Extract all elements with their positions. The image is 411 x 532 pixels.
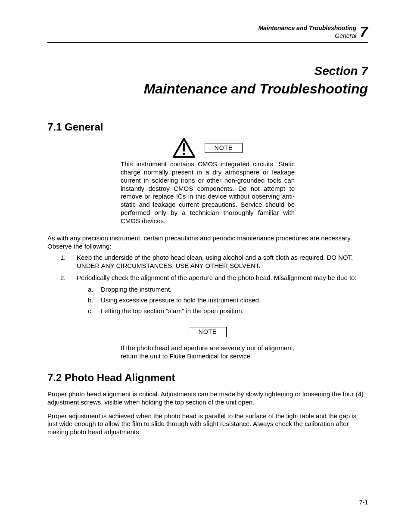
svg-point-2: [183, 153, 185, 155]
note-label-2: NOTE: [189, 327, 227, 337]
page-header: Maintenance and Troubleshooting General …: [47, 24, 368, 43]
list-number: 1.: [60, 254, 66, 262]
list-item: c. Letting the top section "slam" in the…: [90, 307, 368, 315]
list-letter: a.: [88, 286, 93, 294]
heading-7-1: 7.1 General: [47, 121, 368, 134]
list-text: Periodically check the alignment of the …: [77, 274, 357, 281]
note-block-1: NOTE This instrument contains CMOS integ…: [121, 138, 295, 225]
list-letter: c.: [88, 307, 93, 315]
section-title-line1: Section 7: [47, 63, 368, 78]
header-number: 7: [360, 24, 368, 40]
section-title-line2: Maintenance and Troubleshooting: [47, 80, 368, 97]
list-text: Using excessive pressure to hold the ins…: [101, 296, 261, 304]
list-text: Letting the top section "slam" in the op…: [101, 307, 244, 314]
numbered-list: 1. Keep the underside of the photo head …: [47, 254, 368, 315]
list-text: Dropping the instrument.: [101, 286, 171, 293]
page-number: 7-1: [359, 499, 368, 507]
note-label-1: NOTE: [205, 143, 243, 153]
paragraph-7-2-a: Proper photo head alignment is critical.…: [47, 390, 368, 406]
list-item: 1. Keep the underside of the photo head …: [65, 254, 368, 270]
note-header-1: NOTE: [121, 138, 295, 158]
list-number: 2.: [60, 274, 66, 282]
note-body-2: If the photo head and aperture are sever…: [121, 344, 295, 361]
note-body-1: This instrument contains CMOS integrated…: [121, 160, 295, 225]
paragraph-7-2-b: Proper adjustment is achieved when the p…: [47, 412, 368, 436]
warning-icon: [173, 138, 195, 158]
header-text: Maintenance and Troubleshooting General: [258, 24, 356, 40]
list-item: 2. Periodically check the alignment of t…: [65, 274, 368, 315]
note-header-2: NOTE: [121, 327, 295, 337]
list-text: Keep the underside of the photo head cle…: [77, 254, 353, 269]
list-item: b. Using excessive pressure to hold the …: [90, 296, 368, 305]
heading-7-2: 7.2 Photo Head Alignment: [47, 371, 368, 384]
header-sub: General: [258, 32, 356, 40]
list-item: a. Dropping the instrument.: [90, 286, 368, 294]
section-title: Section 7 Maintenance and Troubleshootin…: [47, 63, 368, 97]
document-page: Maintenance and Troubleshooting General …: [0, 0, 411, 532]
intro-paragraph: As with any precision instrument, certai…: [47, 234, 368, 250]
header-chapter: Maintenance and Troubleshooting: [258, 24, 356, 32]
lettered-list: a. Dropping the instrument. b. Using exc…: [77, 286, 368, 315]
list-letter: b.: [88, 296, 93, 305]
note-block-2: NOTE If the photo head and aperture are …: [121, 327, 295, 360]
